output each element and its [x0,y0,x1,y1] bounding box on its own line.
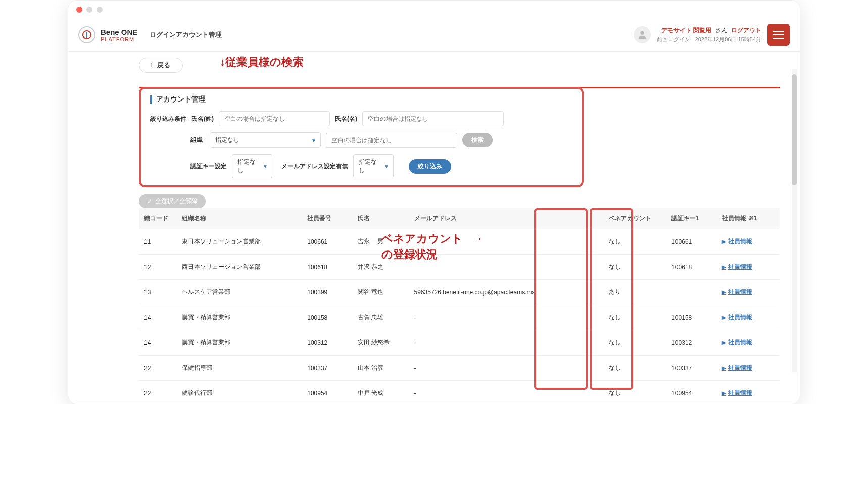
title-bar-icon [150,95,152,104]
col-org: 組織名称 [177,208,303,229]
col-acct: ベネアカウント [604,208,666,229]
cell-mail: - [409,356,604,381]
cell-emp: 100337 [302,356,352,381]
brand-sub: PLATFORM [101,36,137,42]
lastname-input[interactable] [219,111,330,126]
table-row: 22健診代行部100954中戸 光成-なし100954▶社員情報 [139,381,780,404]
cell-name: 山本 治彦 [353,356,409,381]
col-emp: 社員番号 [302,208,352,229]
table-header-row: 織コード 組織名称 社員番号 氏名 メールアドレス ベネアカウント 認証キー1 … [139,208,780,229]
back-label: 戻る [157,61,170,70]
cell-acct: なし [604,255,666,280]
cell-acct: あり [604,280,666,305]
avatar [634,26,651,43]
triangle-right-icon: ▶ [722,289,726,295]
cell-org: 東日本ソリューション営業部 [177,229,303,255]
cell-name: 古賀 忠雄 [353,305,409,330]
employee-info-link[interactable]: ▶社員情報 [722,314,752,321]
authkey-value: 指定なし [237,158,256,174]
annotation-search: ↓従業員様の検索 [220,55,304,70]
mail-setting-label: メールアドレス設定有無 [281,162,348,171]
brand-name: Bene ONE [101,28,137,36]
cell-key: 100954 [666,381,716,404]
col-code: 織コード [139,208,177,229]
cell-name: 安田 紗悠希 [353,330,409,356]
cell-emp: 100312 [302,330,352,356]
cell-name: 関谷 竜也 [353,280,409,305]
employee-info-link[interactable]: ▶社員情報 [722,263,752,270]
accounts-table: 織コード 組織名称 社員番号 氏名 メールアドレス ベネアカウント 認証キー1 … [139,208,780,404]
cell-org: 健診代行部 [177,381,303,404]
triangle-right-icon: ▶ [722,239,726,244]
select-all-label: 全選択／全解除 [155,197,198,206]
search-button[interactable]: 検索 [462,133,493,147]
hamburger-menu-button[interactable] [767,24,790,46]
cell-key: 100158 [666,305,716,330]
cond-label: 絞り込み条件 [150,115,186,123]
cell-acct: なし [604,356,666,381]
table-row: 11東日本ソリューション営業部100661吉永 一男なし100661▶社員情報 [139,229,780,255]
cell-mail: - [409,381,604,404]
triangle-right-icon: ▶ [722,340,726,345]
org-label: 組織 [190,136,205,144]
cell-emp: 100954 [302,381,352,404]
cell-key [666,280,716,305]
triangle-right-icon: ▶ [722,365,726,371]
window-max-dot[interactable] [97,7,103,13]
table-row: 14購買・精算営業部100158古賀 忠雄-なし100158▶社員情報 [139,305,780,330]
cell-code: 12 [139,255,177,280]
user-suffix: さん [715,27,728,34]
logo-icon [78,26,95,43]
cell-mail [409,255,604,280]
back-button[interactable]: 〈 戻る [139,58,183,73]
col-info: 社員情報 ※1 [717,208,780,229]
firstname-input[interactable] [362,111,504,126]
firstname-label: 氏名(名) [335,115,357,123]
cell-org: ヘルスケア営業部 [177,280,303,305]
cell-org: 西日本ソリューション営業部 [177,255,303,280]
employee-info-link[interactable]: ▶社員情報 [722,339,752,346]
employee-info-link[interactable]: ▶社員情報 [722,389,752,396]
filter-title: アカウント管理 [156,95,206,104]
user-name-link[interactable]: デモサイト 閲覧用 [661,27,711,34]
triangle-right-icon: ▶ [722,264,726,270]
org-value: 指定なし [215,136,239,143]
window-close-dot[interactable] [76,7,82,13]
table-row: 22保健指導部100337山本 治彦-なし100337▶社員情報 [139,356,780,381]
filter-button[interactable]: 絞り込み [409,159,451,174]
cell-mail: 59635726.benefit-one.co.jp@apac.teams.ms [409,280,604,305]
cell-org: 購買・精算営業部 [177,305,303,330]
cell-mail: - [409,305,604,330]
caret-down-icon: ▼ [384,164,389,169]
cell-key: 100337 [666,356,716,381]
table-row: 12西日本ソリューション営業部100618井沢 恭之なし100618▶社員情報 [139,255,780,280]
cell-key: 100618 [666,255,716,280]
employee-info-link[interactable]: ▶社員情報 [722,238,752,245]
mail-value: 指定なし [359,158,377,174]
authkey-select[interactable]: 指定なし ▼ [232,154,272,178]
mail-select[interactable]: 指定なし ▼ [353,154,394,178]
col-key: 認証キー1 [666,208,716,229]
chevron-left-icon: 〈 [147,61,153,70]
svg-point-0 [641,31,644,35]
org-select[interactable]: 指定なし ▼ [210,132,321,148]
table-row: 13ヘルスケア営業部100399関谷 竜也59635726.benefit-on… [139,280,780,305]
last-login-time: 2022年12月06日 15時54分 [695,36,761,42]
cell-code: 14 [139,305,177,330]
app-header: Bene ONE PLATFORM ログインアカウント管理 デモサイト 閲覧用 … [68,19,800,52]
cell-name: 中戸 光成 [353,381,409,404]
cell-emp: 100399 [302,280,352,305]
caret-down-icon: ▼ [263,164,268,169]
employee-info-link[interactable]: ▶社員情報 [722,288,752,295]
cell-acct: なし [604,330,666,356]
window-min-dot[interactable] [86,7,92,13]
cell-code: 14 [139,330,177,356]
select-all-button[interactable]: ✓ 全選択／全解除 [139,194,206,208]
employee-info-link[interactable]: ▶社員情報 [722,364,752,371]
org-text-input[interactable] [326,133,457,148]
logout-link[interactable]: ログアウト [731,27,761,34]
cell-acct: なし [604,381,666,404]
triangle-right-icon: ▶ [722,315,726,320]
cell-emp: 100618 [302,255,352,280]
cell-key: 100661 [666,229,716,255]
